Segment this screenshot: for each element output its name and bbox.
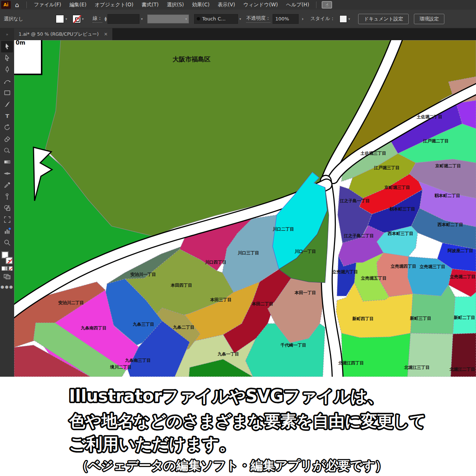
chevron-down-icon[interactable]: ▾ — [81, 17, 86, 21]
fill-color-swatch[interactable] — [56, 15, 64, 23]
region-label-kujo-2: 九条二丁目 — [173, 325, 194, 330]
stroke-width-stepper[interactable]: ▲▼ — [104, 16, 107, 22]
chevron-down-icon[interactable]: ▾ — [64, 17, 69, 21]
menu-item-8[interactable]: ヘルプ(H) — [282, 1, 313, 8]
brush-definition-dropdown[interactable]: Touch C... — [194, 14, 238, 24]
osaka-district-map: 0m大阪市福島区土佐堀二丁目江戸堀二丁目土佐堀三丁目江戸堀三丁目京町堀二丁目京町… — [14, 40, 476, 377]
style-label: スタイル： — [310, 15, 335, 23]
panel-collapse-icon[interactable]: » — [0, 28, 14, 40]
close-tab-icon[interactable]: ✕ — [104, 32, 108, 37]
region-label-kitahorie-3: 北堀江三丁目 — [404, 365, 430, 370]
curvature-tool[interactable] — [1, 75, 13, 87]
width-profile-dropdown[interactable]: ▾ — [147, 15, 189, 23]
region-label-kyomachibori-2: 京町堀二丁目 — [435, 163, 461, 168]
region-label-honden-4: 本田四丁目 — [170, 283, 192, 288]
promo-line-3: ご利用いただけます。 — [69, 434, 235, 453]
rotate-tool[interactable] — [1, 122, 13, 133]
shaper-tool[interactable] — [1, 145, 13, 156]
region-kitahorie-4[interactable] — [341, 333, 411, 377]
region-label-ajigawa-1: 安治川一丁目 — [131, 272, 156, 277]
region-label-kujo-1: 九条一丁目 — [217, 351, 239, 357]
region-label-sakaigawa-2: 境川二丁目 — [110, 364, 132, 370]
region-label-utsubohonmachi-3: 靱本町三丁目 — [390, 206, 415, 212]
region-label-fukushima-ku: 大阪市福島区 — [173, 55, 210, 63]
brush-dot-icon — [197, 17, 200, 20]
chevron-down-icon[interactable]: ▾ — [347, 17, 352, 21]
opacity-expand-arrow[interactable]: › — [299, 16, 306, 22]
promo-line-1: IllustratorファイルやSVGファイルは、 — [69, 386, 384, 405]
paintbrush-tool[interactable] — [1, 99, 13, 110]
style-swatch[interactable] — [340, 15, 347, 23]
shape-builder-tool[interactable] — [1, 202, 13, 214]
promo-caption: IllustratorファイルやSVGファイルは、色や地名などのさまざまな要素を… — [0, 377, 476, 476]
stroke-width-field[interactable] — [107, 14, 139, 24]
region-label-awaza-2: 阿波座二丁目 — [448, 248, 473, 253]
control-bar: 選択なし ▾ ▾ 線： ▲▼ ▾ ▾ Touch C... ▾ 不透明度： 10… — [0, 10, 476, 28]
region-label-chiyozaki-1: 千代崎一丁目 — [280, 342, 306, 348]
direct-selection-tool[interactable] — [1, 52, 13, 64]
menu-item-3[interactable]: 書式(T) — [138, 1, 163, 8]
preferences-button[interactable]: 環境設定 — [414, 14, 444, 24]
toolbar-stroke-swatch[interactable] — [6, 257, 13, 264]
document-tab-title: 1.ai* @ 50 % (RGB/CPUプレビュー) — [19, 31, 99, 38]
gradient-button[interactable] — [5, 266, 9, 271]
region-label-nishihonmachi-3: 西本町三丁目 — [387, 231, 414, 236]
opacity-field[interactable]: 100% — [273, 14, 299, 24]
selection-tool[interactable] — [1, 41, 13, 52]
region-label-shinmachi-3: 新町三丁目 — [409, 316, 431, 321]
menu-item-0[interactable]: ファイル(F) — [30, 1, 65, 8]
touch-workspace-icon[interactable]: ☝ — [322, 1, 332, 9]
graph-tool[interactable] — [1, 225, 13, 237]
eyedropper-tool[interactable] — [1, 179, 13, 191]
more-tools-icon[interactable]: ●●● — [1, 284, 14, 289]
chevron-down-icon[interactable]: ▾ — [238, 17, 243, 21]
drawing-mode-icon[interactable] — [4, 274, 10, 281]
none-button[interactable] — [9, 266, 13, 271]
home-icon[interactable]: ⌂ — [11, 1, 23, 9]
menu-item-2[interactable]: オブジェクト(O) — [91, 1, 138, 8]
color-button[interactable] — [1, 266, 5, 271]
region-label-kujominami-4: 九条南四丁目 — [81, 325, 107, 331]
fill-stroke-swatches — [1, 251, 13, 264]
region-label-honden-3: 本田三丁目 — [210, 297, 232, 302]
menu-item-1[interactable]: 編集(E) — [65, 1, 91, 8]
stroke-label[interactable]: 線： — [93, 15, 102, 23]
region-label-edobori-3: 江戸堀三丁目 — [374, 165, 400, 170]
menu-bar: Ai ⌂ ファイル(F)編集(E)オブジェクト(O)書式(T)選択(S)効果(C… — [0, 0, 476, 10]
menu-item-7[interactable]: ウィンドウ(W) — [239, 1, 282, 8]
gradient-tool[interactable] — [1, 156, 13, 168]
zoom-tool[interactable] — [1, 237, 13, 248]
menu-items: ファイル(F)編集(E)オブジェクト(O)書式(T)選択(S)効果(C)表示(V… — [30, 1, 313, 8]
promo-line-2: 色や地名などのさまざまな要素を自由に変更して — [69, 412, 426, 430]
scale-label: 0m — [16, 40, 25, 46]
width-tool[interactable] — [1, 168, 13, 179]
type-tool[interactable]: T — [1, 110, 13, 122]
chevron-down-icon[interactable]: ▾ — [139, 17, 144, 21]
stroke-color-swatch[interactable] — [73, 15, 81, 23]
eraser-tool[interactable] — [1, 133, 13, 145]
rectangle-tool[interactable] — [1, 87, 13, 99]
region-label-enokojima-1: 江之子島一丁目 — [340, 198, 370, 203]
tool-panel: T ●●● — [0, 40, 14, 377]
region-shinmachi-2[interactable] — [453, 292, 476, 334]
artboard-tool[interactable] — [1, 214, 13, 225]
region-kitahorie-3[interactable] — [408, 333, 453, 377]
document-tab[interactable]: 1.ai* @ 50 % (RGB/CPUプレビュー) ✕ — [14, 28, 112, 40]
menu-item-4[interactable]: 選択(S) — [163, 1, 188, 8]
puppet-warp-tool[interactable] — [1, 191, 13, 202]
pen-tool[interactable] — [1, 64, 13, 75]
menu-item-6[interactable]: 表示(V) — [214, 1, 239, 8]
artboard-canvas[interactable]: 0m大阪市福島区土佐堀二丁目江戸堀二丁目土佐堀三丁目江戸堀三丁目京町堀二丁目京町… — [14, 40, 476, 377]
region-label-kujo-3: 九条三丁目 — [132, 322, 154, 327]
region-label-kawaguchi-2: 川口二丁目 — [272, 226, 294, 232]
promo-line-4: （ベジェデータの編集ソフト・編集アプリが必要です） — [76, 458, 387, 473]
opacity-label[interactable]: 不透明度： — [246, 15, 270, 23]
region-label-kyomachibori-3: 京町堀三丁目 — [384, 185, 410, 190]
illustrator-logo-icon[interactable]: Ai — [1, 1, 11, 9]
document-setup-button[interactable]: ドキュメント設定 — [358, 14, 409, 24]
menu-item-5[interactable]: 効果(C) — [188, 1, 214, 8]
menu-separator-2 — [316, 1, 316, 8]
region-label-itachibori-2: 立売堀二丁目 — [450, 274, 476, 279]
region-label-enokojima-2: 江之子島二丁目 — [344, 233, 374, 238]
region-label-shinmachi-4: 新町四丁目 — [352, 316, 374, 321]
